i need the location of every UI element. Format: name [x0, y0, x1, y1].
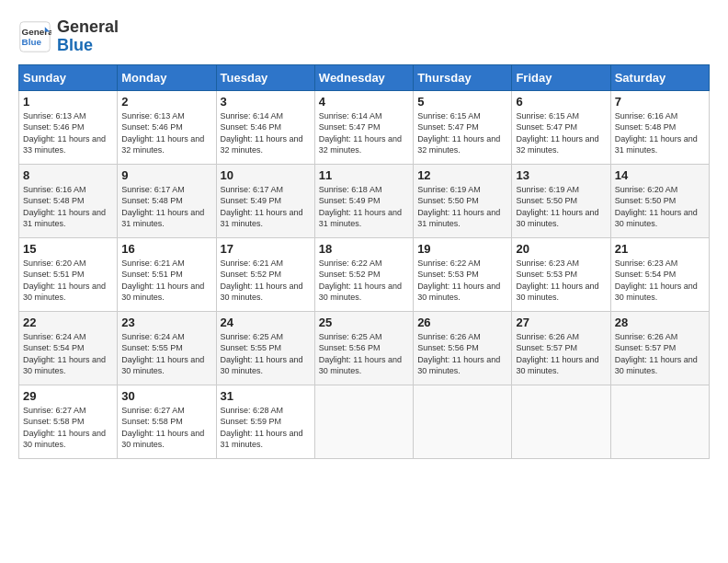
week-row-4: 22Sunrise: 6:24 AMSunset: 5:54 PMDayligh…	[19, 311, 710, 385]
day-info: Sunrise: 6:19 AMSunset: 5:50 PMDaylight:…	[417, 184, 507, 230]
day-number: 9	[121, 168, 211, 182]
day-number: 15	[23, 242, 113, 256]
calendar-cell: 22Sunrise: 6:24 AMSunset: 5:54 PMDayligh…	[19, 311, 118, 385]
calendar-cell: 30Sunrise: 6:27 AMSunset: 5:58 PMDayligh…	[118, 385, 216, 458]
day-info: Sunrise: 6:26 AMSunset: 5:56 PMDaylight:…	[417, 331, 507, 377]
day-info: Sunrise: 6:25 AMSunset: 5:56 PMDaylight:…	[319, 331, 409, 377]
day-info: Sunrise: 6:22 AMSunset: 5:52 PMDaylight:…	[319, 258, 409, 304]
column-header-wednesday: Wednesday	[314, 64, 413, 90]
calendar-cell: 10Sunrise: 6:17 AMSunset: 5:49 PMDayligh…	[216, 164, 314, 237]
calendar-cell: 8Sunrise: 6:16 AMSunset: 5:48 PMDaylight…	[19, 164, 118, 237]
day-info: Sunrise: 6:17 AMSunset: 5:48 PMDaylight:…	[121, 184, 211, 230]
column-header-thursday: Thursday	[414, 64, 512, 90]
day-number: 30	[121, 389, 211, 403]
day-number: 23	[121, 316, 211, 329]
calendar-cell: 19Sunrise: 6:22 AMSunset: 5:53 PMDayligh…	[414, 237, 512, 311]
calendar-cell	[610, 385, 709, 458]
calendar-cell: 17Sunrise: 6:21 AMSunset: 5:52 PMDayligh…	[216, 237, 314, 311]
day-number: 31	[221, 389, 311, 403]
column-header-tuesday: Tuesday	[216, 64, 314, 90]
calendar-cell: 20Sunrise: 6:23 AMSunset: 5:53 PMDayligh…	[512, 237, 610, 311]
week-row-1: 1Sunrise: 6:13 AMSunset: 5:46 PMDaylight…	[19, 90, 710, 164]
day-info: Sunrise: 6:23 AMSunset: 5:53 PMDaylight:…	[516, 258, 606, 304]
day-info: Sunrise: 6:17 AMSunset: 5:49 PMDaylight:…	[221, 184, 311, 230]
day-number: 21	[615, 242, 705, 256]
day-number: 14	[615, 168, 705, 182]
calendar-cell: 12Sunrise: 6:19 AMSunset: 5:50 PMDayligh…	[414, 164, 512, 237]
day-number: 3	[221, 95, 311, 109]
calendar-cell: 1Sunrise: 6:13 AMSunset: 5:46 PMDaylight…	[19, 90, 118, 164]
calendar-header: SundayMondayTuesdayWednesdayThursdayFrid…	[19, 64, 710, 90]
calendar-cell: 13Sunrise: 6:19 AMSunset: 5:50 PMDayligh…	[512, 164, 610, 237]
calendar-cell: 18Sunrise: 6:22 AMSunset: 5:52 PMDayligh…	[314, 237, 413, 311]
calendar-cell: 4Sunrise: 6:14 AMSunset: 5:47 PMDaylight…	[314, 90, 413, 164]
svg-text:Blue: Blue	[22, 37, 42, 47]
calendar-cell	[512, 385, 610, 458]
calendar-cell: 31Sunrise: 6:28 AMSunset: 5:59 PMDayligh…	[216, 385, 314, 458]
calendar-cell: 28Sunrise: 6:26 AMSunset: 5:57 PMDayligh…	[610, 311, 709, 385]
day-number: 19	[417, 242, 507, 256]
day-info: Sunrise: 6:24 AMSunset: 5:54 PMDaylight:…	[23, 331, 113, 377]
week-row-5: 29Sunrise: 6:27 AMSunset: 5:58 PMDayligh…	[19, 385, 710, 458]
day-info: Sunrise: 6:21 AMSunset: 5:52 PMDaylight:…	[221, 258, 311, 304]
day-info: Sunrise: 6:22 AMSunset: 5:53 PMDaylight:…	[417, 258, 507, 304]
calendar-cell: 14Sunrise: 6:20 AMSunset: 5:50 PMDayligh…	[610, 164, 709, 237]
day-info: Sunrise: 6:19 AMSunset: 5:50 PMDaylight:…	[516, 184, 606, 230]
day-number: 1	[23, 95, 113, 109]
calendar-cell: 5Sunrise: 6:15 AMSunset: 5:47 PMDaylight…	[414, 90, 512, 164]
calendar-cell: 25Sunrise: 6:25 AMSunset: 5:56 PMDayligh…	[314, 311, 413, 385]
day-info: Sunrise: 6:14 AMSunset: 5:46 PMDaylight:…	[221, 110, 311, 156]
calendar-body: 1Sunrise: 6:13 AMSunset: 5:46 PMDaylight…	[19, 90, 710, 458]
day-number: 18	[319, 242, 409, 256]
day-number: 13	[516, 168, 606, 182]
calendar-cell: 6Sunrise: 6:15 AMSunset: 5:47 PMDaylight…	[512, 90, 610, 164]
day-number: 8	[23, 168, 113, 182]
day-info: Sunrise: 6:27 AMSunset: 5:58 PMDaylight:…	[121, 405, 211, 451]
calendar-cell: 26Sunrise: 6:26 AMSunset: 5:56 PMDayligh…	[414, 311, 512, 385]
calendar-cell: 23Sunrise: 6:24 AMSunset: 5:55 PMDayligh…	[118, 311, 216, 385]
day-info: Sunrise: 6:16 AMSunset: 5:48 PMDaylight:…	[615, 110, 705, 156]
calendar-cell	[414, 385, 512, 458]
logo-label: General Blue	[57, 18, 119, 55]
calendar-cell: 16Sunrise: 6:21 AMSunset: 5:51 PMDayligh…	[118, 237, 216, 311]
day-info: Sunrise: 6:16 AMSunset: 5:48 PMDaylight:…	[23, 184, 113, 230]
day-number: 27	[516, 316, 606, 329]
page-header: General Blue General Blue	[18, 18, 710, 55]
day-number: 11	[319, 168, 409, 182]
day-info: Sunrise: 6:21 AMSunset: 5:51 PMDaylight:…	[121, 258, 211, 304]
day-number: 20	[516, 242, 606, 256]
day-number: 10	[221, 168, 311, 182]
day-number: 24	[221, 316, 311, 329]
calendar-cell: 11Sunrise: 6:18 AMSunset: 5:49 PMDayligh…	[314, 164, 413, 237]
day-info: Sunrise: 6:26 AMSunset: 5:57 PMDaylight:…	[615, 331, 705, 377]
calendar-cell	[314, 385, 413, 458]
day-number: 28	[615, 316, 705, 329]
week-row-2: 8Sunrise: 6:16 AMSunset: 5:48 PMDaylight…	[19, 164, 710, 237]
column-header-monday: Monday	[118, 64, 216, 90]
calendar-cell: 24Sunrise: 6:25 AMSunset: 5:55 PMDayligh…	[216, 311, 314, 385]
day-info: Sunrise: 6:13 AMSunset: 5:46 PMDaylight:…	[23, 110, 113, 156]
calendar-cell: 15Sunrise: 6:20 AMSunset: 5:51 PMDayligh…	[19, 237, 118, 311]
day-info: Sunrise: 6:15 AMSunset: 5:47 PMDaylight:…	[516, 110, 606, 156]
header-row: SundayMondayTuesdayWednesdayThursdayFrid…	[19, 64, 710, 90]
logo: General Blue General Blue	[18, 18, 119, 55]
day-info: Sunrise: 6:14 AMSunset: 5:47 PMDaylight:…	[319, 110, 409, 156]
day-info: Sunrise: 6:13 AMSunset: 5:46 PMDaylight:…	[121, 110, 211, 156]
day-info: Sunrise: 6:18 AMSunset: 5:49 PMDaylight:…	[319, 184, 409, 230]
calendar-cell: 2Sunrise: 6:13 AMSunset: 5:46 PMDaylight…	[118, 90, 216, 164]
day-number: 7	[615, 95, 705, 109]
day-info: Sunrise: 6:23 AMSunset: 5:54 PMDaylight:…	[615, 258, 705, 304]
column-header-friday: Friday	[512, 64, 610, 90]
day-number: 5	[417, 95, 507, 109]
day-number: 29	[23, 389, 113, 403]
svg-text:General: General	[22, 27, 51, 37]
calendar-table: SundayMondayTuesdayWednesdayThursdayFrid…	[18, 64, 710, 459]
day-number: 22	[23, 316, 113, 329]
day-number: 17	[221, 242, 311, 256]
day-number: 25	[319, 316, 409, 329]
day-info: Sunrise: 6:20 AMSunset: 5:51 PMDaylight:…	[23, 258, 113, 304]
calendar-cell: 3Sunrise: 6:14 AMSunset: 5:46 PMDaylight…	[216, 90, 314, 164]
day-number: 12	[417, 168, 507, 182]
day-info: Sunrise: 6:26 AMSunset: 5:57 PMDaylight:…	[516, 331, 606, 377]
calendar-cell: 9Sunrise: 6:17 AMSunset: 5:48 PMDaylight…	[118, 164, 216, 237]
